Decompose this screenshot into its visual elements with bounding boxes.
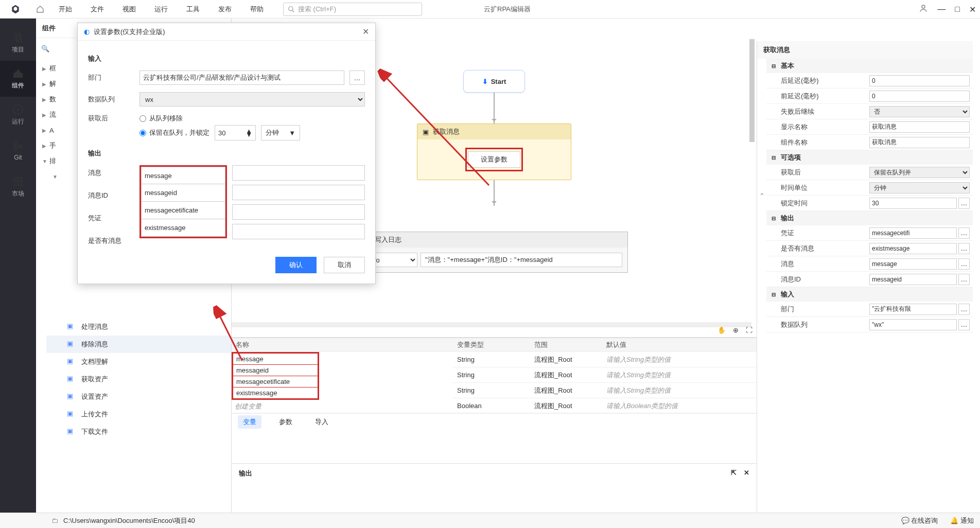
set-params-dialog: ◐设置参数(仅支持企业版)✕ 输入 部门… 数据队列wx 获取后从队列移除 保留… (77, 23, 376, 284)
close-output-icon[interactable]: ✕ (744, 469, 749, 477)
prop-row[interactable]: 锁定时间… (766, 196, 973, 211)
sidebar-components[interactable]: 组件 (0, 61, 36, 97)
dialog-close-icon[interactable]: ✕ (362, 27, 369, 37)
prop-row[interactable]: 凭证… (766, 225, 973, 241)
lock-unit-select[interactable]: 分钟▼ (261, 125, 300, 140)
start-node[interactable]: ⬇Start (463, 70, 525, 93)
lock-time-input[interactable]: 30▲▼ (215, 125, 256, 140)
prop-row[interactable]: 获取后保留在队列并 (766, 165, 973, 180)
prop-row[interactable]: 后延迟(毫秒) (766, 73, 973, 89)
radio-keep[interactable] (139, 130, 146, 136)
prop-row[interactable]: 显示名称 (766, 119, 973, 135)
prop-row[interactable]: 失败后继续否 (766, 104, 973, 119)
menu-publish[interactable]: 发布 (209, 5, 241, 14)
online-support[interactable]: 💬 在线咨询 (901, 516, 938, 525)
prop-row[interactable]: 部门… (766, 302, 973, 317)
sidebar-project[interactable]: 项目 (0, 25, 36, 61)
out-cert[interactable] (141, 202, 225, 219)
prop-row[interactable]: 数据队列… (766, 317, 973, 332)
menu-help[interactable]: 帮助 (241, 5, 273, 14)
variables-table[interactable]: 名称变量类型范围默认值 message messageid messagecet… (232, 338, 757, 414)
app-logo (0, 0, 31, 19)
cancel-button[interactable]: 取消 (324, 257, 365, 273)
props-title: 获取消息 (757, 41, 973, 59)
action-set-asset[interactable]: ▣设置资产 (46, 388, 231, 406)
sidebar-run[interactable]: 运行 (0, 97, 36, 133)
svg-rect-3 (15, 33, 20, 40)
action-process-msg[interactable]: ▣处理消息 (46, 318, 231, 336)
folder-icon: 🗀 (51, 517, 58, 524)
action-doc-parse[interactable]: ▣文档理解 (46, 353, 231, 371)
activity-log[interactable]: ✎写入日志 Info "消息："+message+"消息ID："+message… (360, 232, 628, 273)
user-icon[interactable] (919, 4, 928, 15)
maximize-icon[interactable]: □ (955, 5, 960, 14)
ok-button[interactable]: 确认 (275, 257, 317, 273)
svg-point-0 (289, 6, 293, 10)
out-message[interactable] (141, 167, 225, 184)
app-title: 云扩RPA编辑器 (484, 5, 531, 14)
home-icon[interactable] (31, 5, 49, 13)
svg-point-2 (922, 5, 925, 8)
action-remove-msg[interactable]: ▣移除消息 (46, 336, 231, 353)
prop-row[interactable]: 是否有消息… (766, 241, 973, 256)
menu-view[interactable]: 视图 (113, 5, 145, 14)
fit-icon[interactable]: ⛶ (746, 326, 752, 334)
dept-browse[interactable]: … (349, 71, 365, 85)
prop-row[interactable]: 消息… (766, 256, 973, 272)
minimize-icon[interactable]: — (937, 5, 946, 14)
svg-point-7 (14, 148, 17, 151)
svg-rect-4 (16, 35, 21, 42)
dept-input[interactable] (139, 71, 344, 85)
close-icon[interactable]: ✕ (969, 5, 976, 14)
out-messageid[interactable] (141, 184, 225, 202)
tab-params[interactable]: 参数 (274, 415, 297, 429)
menu-start[interactable]: 开始 (49, 5, 81, 14)
popout-icon[interactable]: ⇱ (731, 469, 737, 477)
activity-icon: ▣ (423, 128, 429, 136)
search-input[interactable]: 搜索 (Ctrl+F) (283, 3, 422, 16)
prop-row[interactable]: 组件名称 (766, 135, 973, 150)
sidebar-git[interactable]: Git (0, 133, 36, 169)
out-cert-extra[interactable] (232, 204, 365, 220)
radio-remove[interactable] (139, 115, 146, 122)
download-icon: ⬇ (482, 78, 488, 85)
action-download[interactable]: ▣下载文件 (46, 423, 231, 441)
queue-select[interactable]: wx (139, 92, 365, 107)
notifications[interactable]: 🔔 通知 (950, 516, 974, 525)
out-exist[interactable] (141, 219, 225, 237)
search-icon: 🔍 (41, 45, 49, 52)
svg-point-8 (20, 145, 23, 148)
out-id-extra[interactable] (232, 185, 365, 200)
panel-title: 组件 (42, 24, 56, 33)
log-expression[interactable]: "消息："+message+"消息ID："+messageid (421, 253, 622, 267)
set-params-button[interactable]: 设置参数 (468, 151, 520, 168)
search-icon (288, 6, 295, 13)
sidebar-market[interactable]: 市场 (0, 169, 36, 205)
status-path: C:\Users\wangxin\Documents\Encoo\项目40 (63, 516, 195, 525)
pan-icon[interactable]: ✋ (717, 326, 726, 334)
svg-line-1 (292, 10, 294, 12)
action-upload[interactable]: ▣上传文件 (46, 406, 231, 423)
tab-import[interactable]: 导入 (310, 415, 334, 429)
dialog-icon: ◐ (84, 28, 90, 36)
output-title: 输出 (239, 469, 252, 477)
activity-get-message[interactable]: ▣获取消息 设置参数 (417, 124, 571, 180)
action-get-asset[interactable]: ▣获取资产 (46, 371, 231, 388)
prop-row[interactable]: 前延迟(毫秒) (766, 89, 973, 104)
prop-row[interactable]: 消息ID… (766, 272, 973, 287)
tab-variables[interactable]: 变量 (238, 415, 261, 429)
menu-run[interactable]: 运行 (145, 5, 177, 14)
menu-file[interactable]: 文件 (81, 5, 113, 14)
zoom-icon[interactable]: ⊕ (733, 326, 739, 334)
menu-tools[interactable]: 工具 (177, 5, 209, 14)
out-msg-extra[interactable] (232, 165, 365, 181)
prop-row[interactable]: 时间单位分钟 (766, 180, 973, 196)
out-exist-extra[interactable] (232, 224, 365, 239)
svg-point-6 (14, 142, 17, 145)
